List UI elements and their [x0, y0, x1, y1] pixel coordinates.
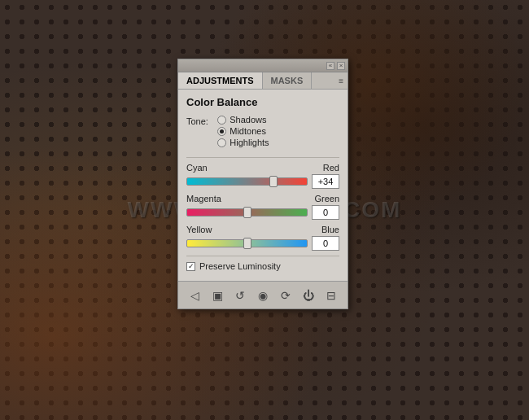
slider-cyan-red-row [186, 174, 339, 189]
loop-icon[interactable]: ⟳ [278, 287, 294, 304]
panel-close-btn[interactable]: × [337, 62, 345, 70]
input-magenta-green[interactable] [312, 205, 339, 220]
label-cyan: Cyan [186, 163, 208, 173]
tone-option-highlights[interactable]: Highlights [217, 138, 269, 147]
slider-magenta-green-row [186, 205, 339, 220]
divider-2 [186, 256, 339, 256]
panel-section-title: Color Balance [186, 96, 339, 108]
slider-yellow-blue-row [186, 236, 339, 251]
radio-shadows-label: Shadows [230, 115, 266, 125]
panel-body: Color Balance Tone: Shadows Midtones Hig… [178, 90, 348, 281]
slider-yellow-blue-track[interactable] [186, 239, 308, 247]
input-yellow-blue[interactable] [312, 236, 339, 251]
slider-yellow-blue-thumb[interactable] [243, 238, 251, 249]
label-red: Red [323, 163, 339, 173]
refresh-icon[interactable]: ↺ [232, 287, 248, 304]
panel-footer: ◁ ▣ ↺ ◉ ⟳ ⏻ ⊟ [178, 281, 348, 308]
label-blue: Blue [321, 225, 339, 234]
back-icon[interactable]: ◁ [186, 287, 203, 304]
slider-magenta-green-track-wrapper [186, 208, 308, 217]
adjustments-panel: « × ADJUSTMENTS MASKS ≡ Color Balance To… [177, 59, 348, 309]
slider-cyan-red-section: Cyan Red [186, 163, 339, 189]
radio-highlights-label: Highlights [230, 138, 269, 147]
slider-cyan-red-labels: Cyan Red [186, 163, 339, 173]
panel-titlebar: « × [178, 59, 348, 72]
label-yellow: Yellow [186, 225, 212, 234]
slider-magenta-green-thumb[interactable] [243, 207, 251, 218]
radio-midtones-label: Midtones [230, 126, 266, 136]
tab-adjustments[interactable]: ADJUSTMENTS [178, 72, 263, 89]
tab-masks[interactable]: MASKS [263, 72, 313, 89]
tone-label: Tone: [186, 115, 208, 126]
trash-icon[interactable]: ⊟ [323, 287, 339, 304]
tab-menu-btn[interactable]: ≡ [334, 72, 348, 89]
slider-cyan-red-thumb[interactable] [269, 176, 278, 187]
slider-magenta-green-track[interactable] [186, 208, 308, 217]
preserve-luminosity-row[interactable]: ✓ Preserve Luminosity [186, 261, 339, 271]
panel-collapse-btn[interactable]: « [326, 62, 334, 70]
tone-section: Tone: Shadows Midtones Highlights [186, 115, 339, 149]
slider-yellow-blue-track-wrapper [186, 239, 308, 247]
input-cyan-red[interactable] [312, 174, 339, 189]
label-magenta: Magenta [186, 194, 221, 203]
power-icon[interactable]: ⏻ [300, 287, 317, 304]
preserve-luminosity-checkbox[interactable]: ✓ [186, 262, 195, 271]
slider-yellow-blue-section: Yellow Blue [186, 225, 339, 251]
radio-shadows[interactable] [217, 116, 226, 125]
radio-highlights[interactable] [217, 138, 226, 147]
radio-midtones[interactable] [217, 127, 226, 136]
tone-radios: Shadows Midtones Highlights [217, 115, 269, 149]
slider-magenta-green-section: Magenta Green [186, 194, 339, 220]
divider-1 [186, 157, 339, 158]
tone-option-shadows[interactable]: Shadows [217, 115, 269, 125]
checkbox-check: ✓ [188, 263, 195, 270]
slider-cyan-red-track[interactable] [186, 177, 308, 186]
tone-option-midtones[interactable]: Midtones [217, 126, 269, 136]
panel-tabs: ADJUSTMENTS MASKS ≡ [178, 72, 348, 90]
eye-icon[interactable]: ◉ [255, 287, 271, 304]
slider-yellow-blue-labels: Yellow Blue [186, 225, 339, 234]
image-icon[interactable]: ▣ [209, 287, 225, 304]
preserve-luminosity-label: Preserve Luminosity [199, 261, 281, 271]
slider-magenta-green-labels: Magenta Green [186, 194, 339, 203]
slider-cyan-red-track-wrapper [186, 177, 308, 186]
label-green: Green [314, 194, 339, 203]
